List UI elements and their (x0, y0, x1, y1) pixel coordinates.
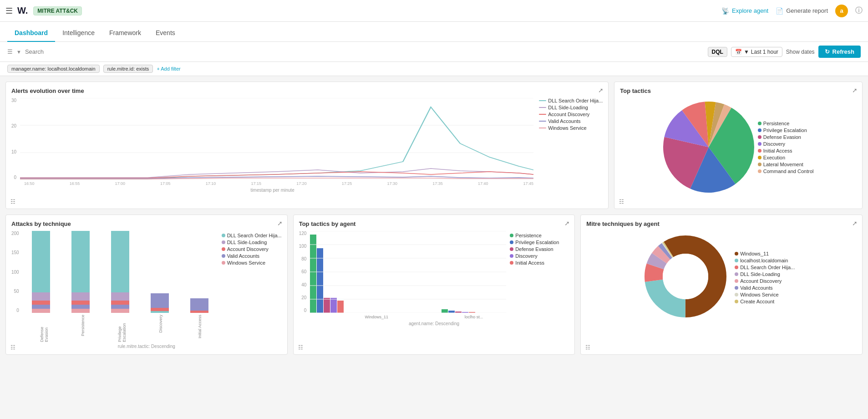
mitre-badge: MITRE ATT&CK (33, 6, 82, 15)
refresh-button[interactable]: ↻ Refresh (818, 46, 861, 58)
ta-y-60: 60 (301, 269, 306, 274)
refresh-icon: ↻ (825, 48, 830, 55)
tab-intelligence[interactable]: Intelligence (55, 25, 102, 42)
x-tick-1745: 17:45 (523, 181, 534, 186)
x-label-initial-access: Initial Access (198, 315, 202, 338)
tab-dashboard[interactable]: Dashboard (7, 25, 55, 42)
legend-priv-esc: Privilege Escalation (758, 128, 814, 133)
y-label-0: 0 (14, 175, 17, 180)
explore-agent-label: Explore agent (732, 7, 768, 14)
x-tick-1710: 17:10 (206, 181, 216, 186)
tactics-agent-panel-icon: ☷ (298, 344, 303, 351)
alerts-evolution-title: Alerts evolution over time (11, 87, 603, 94)
y-label-10: 10 (11, 149, 16, 154)
legend-item-account-disc: Account Discovery (539, 112, 603, 117)
time-picker[interactable]: 📅 ▼ Last 1 hour (731, 47, 782, 57)
generate-report-label: Generate report (786, 7, 828, 14)
ta-y-20: 20 (301, 295, 306, 300)
tactics-agent-expand-icon[interactable]: ➚ (564, 220, 570, 227)
x-tick-1715: 17:15 (251, 181, 261, 186)
expand-search-icon[interactable]: ☰ (7, 48, 13, 55)
show-dates-button[interactable]: Show dates (786, 49, 815, 55)
bar-local-priv-esc (448, 311, 455, 313)
y-label-20: 20 (11, 123, 16, 128)
bar-win11-defense-evasion (324, 298, 330, 313)
x-tick-1700: 17:00 (115, 181, 125, 186)
top-tactics-agent-title: Top tactics by agent (299, 220, 569, 227)
tactics-agent-legend: Persistence Privilege Escalation Defense… (510, 231, 569, 319)
atk-y-0: 0 (16, 308, 19, 313)
ta-y-80: 80 (301, 256, 306, 261)
mitre-title: Mitre techniques by agent (586, 220, 857, 227)
bar-win11-discovery (330, 298, 337, 313)
mitre-expand-icon[interactable]: ➚ (852, 220, 858, 227)
down-arrow-icon[interactable]: ▼ (16, 49, 21, 55)
top-bar: ☰ W. MITRE ATT&CK 📡 Explore agent 📄 Gene… (0, 0, 868, 22)
bar-win11-priv-esc (317, 248, 323, 313)
mitre-legend: Windows_11 localhost.localdomain DLL Sea… (735, 249, 803, 306)
x-tick-1720: 17:20 (296, 181, 307, 186)
ta-y-120: 120 (299, 231, 307, 236)
tab-nav: Dashboard Intelligence Framework Events (0, 22, 868, 42)
alerts-expand-icon[interactable]: ➚ (598, 87, 604, 94)
search-input[interactable] (25, 48, 704, 55)
dashboard-row-2: Attacks by technique ➚ 200 150 100 50 0 (5, 215, 863, 355)
hamburger-icon[interactable]: ☰ (5, 6, 13, 16)
tab-framework[interactable]: Framework (102, 25, 148, 42)
legend-cnc: Command and Control (758, 169, 814, 174)
dashboard-row-1: Alerts evolution over time ➚ 30 20 10 0 (5, 82, 863, 209)
attacks-legend: DLL Search Order Hija... DLL Side-Loadin… (222, 231, 282, 342)
legend-persistence: Persistence (758, 121, 814, 126)
agent-label-windows: Windows_11 (312, 315, 442, 319)
legend-item-dll-search: DLL Search Order Hija... (539, 98, 603, 103)
atk-y-150: 150 (11, 250, 19, 255)
alerts-x-axis-label: timestamp per minute (11, 188, 533, 193)
atk-y-100: 100 (11, 270, 19, 275)
attacks-title: Attacks by technique (11, 220, 282, 227)
generate-report-button[interactable]: 📄 Generate report (776, 7, 828, 15)
tab-events[interactable]: Events (148, 25, 183, 42)
explore-agent-icon: 📡 (721, 7, 729, 15)
alerts-line-chart (20, 98, 533, 180)
bar-local-discovery (462, 312, 468, 313)
legend-item-windows-service: Windows Service (539, 125, 603, 131)
legend-item-dll-side: DLL Side-Loading (539, 105, 603, 110)
top-tactics-expand-icon[interactable]: ➚ (852, 87, 858, 94)
x-label-priv-esc: Privilege Escalation (117, 315, 127, 342)
ta-y-0: 0 (304, 308, 307, 313)
y-label-30: 30 (11, 98, 16, 103)
legend-discovery: Discovery (758, 141, 814, 147)
x-tick-1655: 16:55 (70, 181, 80, 186)
bar-local-initial (469, 312, 475, 313)
action-bar-right: DQL 📅 ▼ Last 1 hour Show dates ↻ Refresh (708, 46, 861, 58)
top-tactics-panel-icon: ☷ (619, 199, 624, 205)
app-logo: W. (17, 5, 28, 16)
tactics-agent-bar-chart (310, 231, 506, 313)
add-filter-button[interactable]: + Add filter (157, 66, 180, 72)
legend-initial-access: Initial Access (758, 148, 814, 153)
x-tick-1725: 17:25 (342, 181, 352, 186)
x-tick-1730: 17:30 (387, 181, 398, 186)
legend-defense-evasion: Defense Evasion (758, 134, 814, 140)
x-label-defense-evasion: Defense Evasion (40, 315, 49, 342)
help-icon[interactable]: ⓘ (855, 6, 863, 15)
alerts-panel-icon: ☷ (10, 199, 15, 205)
dql-button[interactable]: DQL (708, 47, 727, 57)
time-picker-dropdown-icon: ▼ (744, 49, 749, 55)
x-label-discovery: Discovery (158, 315, 163, 333)
top-tactics-title: Top tactics (620, 87, 857, 94)
attacks-expand-icon[interactable]: ➚ (277, 220, 283, 227)
explore-agent-button[interactable]: 📡 Explore agent (721, 7, 768, 15)
filter-tag-manager[interactable]: manager.name: localhost.localdomain (7, 65, 100, 73)
attacks-subtitle: rule.mitre.tactic: Descending (11, 344, 282, 349)
dashboard: Alerts evolution over time ➚ 30 20 10 0 (0, 76, 868, 360)
filter-tag-mitre[interactable]: rule.mitre.id: exists (103, 65, 153, 73)
avatar[interactable]: a (835, 5, 848, 17)
time-picker-label: Last 1 hour (751, 49, 778, 55)
bar-win11-persistence (310, 235, 316, 313)
attacks-bar-chart (23, 231, 218, 313)
alerts-legend: DLL Search Order Hija... DLL Side-Loadin… (539, 98, 603, 193)
agent-label-localhost: loclho st... (442, 315, 507, 319)
top-tactics-pie-chart (663, 102, 754, 194)
tactics-agent-subtitle: agent.name: Descending (299, 321, 569, 326)
